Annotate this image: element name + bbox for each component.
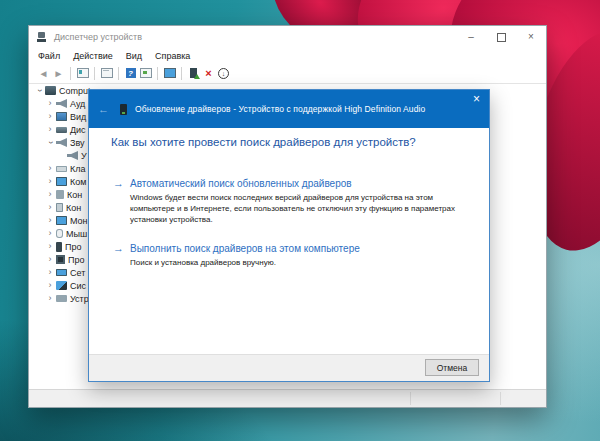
toolbar-separator bbox=[94, 67, 95, 80]
tree-item-label: У bbox=[81, 151, 87, 161]
forward-arrow-icon[interactable]: ► bbox=[52, 66, 65, 80]
tree-item-label: Сет bbox=[70, 268, 85, 278]
computer-icon bbox=[45, 86, 56, 95]
window-controls: – × bbox=[456, 26, 546, 48]
chevron-right-icon[interactable]: › bbox=[45, 177, 55, 186]
arrow-right-icon: → bbox=[113, 243, 124, 254]
chevron-right-icon[interactable]: › bbox=[45, 112, 55, 121]
menu-item-1[interactable]: Действие bbox=[73, 51, 113, 61]
arrow-right-icon: → bbox=[113, 178, 124, 189]
toolbar-separator bbox=[70, 67, 71, 80]
chevron-right-icon[interactable]: › bbox=[45, 242, 55, 251]
chevron-right-icon[interactable]: › bbox=[45, 268, 55, 277]
chevron-right-icon[interactable]: › bbox=[45, 99, 55, 108]
option-description: Windows будет вести поиск последних верс… bbox=[130, 192, 462, 225]
tree-item-label: Кон bbox=[67, 190, 82, 200]
scan-hardware-icon[interactable] bbox=[163, 66, 176, 80]
update-driver-icon[interactable] bbox=[187, 66, 200, 80]
menu-item-0[interactable]: Файл bbox=[38, 51, 60, 61]
processor-icon bbox=[56, 255, 65, 264]
tree-item-label: Про bbox=[68, 255, 84, 265]
chevron-right-icon[interactable]: › bbox=[45, 125, 55, 134]
dialog-footer: Отмена bbox=[89, 354, 489, 381]
tree-item-label: Кон bbox=[66, 203, 81, 213]
chevron-down-icon[interactable]: › bbox=[46, 138, 55, 148]
statusbar-divider bbox=[500, 392, 501, 405]
sound-device-icon bbox=[56, 138, 67, 147]
chevron-right-icon[interactable]: › bbox=[45, 216, 55, 225]
disk-drive-icon bbox=[56, 127, 67, 133]
tree-item-label: Ком bbox=[70, 177, 86, 187]
option-label: Автоматический поиск обновленных драйвер… bbox=[130, 178, 352, 189]
properties-icon[interactable] bbox=[100, 66, 113, 80]
mouse-icon bbox=[56, 229, 63, 238]
close-button[interactable]: × bbox=[516, 26, 546, 48]
dialog-title: Обновление драйверов - Устройство с подд… bbox=[135, 104, 425, 114]
display-adapter-icon bbox=[56, 112, 67, 121]
console-tree-icon[interactable] bbox=[76, 66, 89, 80]
export-list-icon[interactable] bbox=[139, 66, 152, 80]
toolbar: ◄►× bbox=[29, 63, 546, 84]
toolbar-separator bbox=[118, 67, 119, 80]
network-adapter-icon bbox=[56, 269, 67, 276]
software-device-icon bbox=[56, 242, 62, 252]
chevron-right-icon[interactable]: › bbox=[45, 229, 55, 238]
maximize-button[interactable] bbox=[486, 26, 516, 48]
dialog-titlebar: ← Обновление драйверов - Устройство с по… bbox=[89, 90, 489, 128]
tree-item-label: Зву bbox=[70, 138, 85, 148]
chevron-down-icon[interactable]: › bbox=[35, 86, 44, 96]
option-description: Поиск и установка драйверов вручную. bbox=[130, 257, 462, 268]
tree-item-label: Про bbox=[65, 242, 81, 252]
ide-controller-icon bbox=[56, 190, 64, 199]
cancel-button[interactable]: Отмена bbox=[425, 359, 479, 376]
tree-item-label: Вид bbox=[70, 112, 86, 122]
chevron-right-icon[interactable]: › bbox=[45, 281, 55, 290]
tree-item-label: Мон bbox=[70, 216, 88, 226]
audio-device-icon bbox=[56, 99, 67, 108]
chevron-right-icon[interactable]: › bbox=[45, 190, 55, 199]
tree-item-label: Устр bbox=[70, 294, 89, 304]
tree-item-label: Сис bbox=[70, 281, 86, 291]
back-arrow-icon: ← bbox=[98, 104, 109, 115]
menu-item-2[interactable]: Вид bbox=[126, 51, 142, 61]
system-device-icon bbox=[56, 281, 67, 290]
keyboard-icon bbox=[56, 166, 67, 172]
chevron-right-icon[interactable]: › bbox=[45, 255, 55, 264]
minimize-button[interactable]: – bbox=[456, 26, 486, 48]
audio-device-icon bbox=[120, 104, 127, 115]
tree-item-label: Кла bbox=[70, 164, 86, 174]
dialog-close-icon[interactable]: × bbox=[473, 93, 480, 105]
tree-item-label: Мыш bbox=[66, 229, 87, 239]
chevron-right-icon[interactable]: › bbox=[45, 164, 55, 173]
toolbar-separator bbox=[157, 67, 158, 80]
monitor-icon bbox=[56, 216, 67, 225]
chevron-right-icon[interactable]: › bbox=[45, 203, 55, 212]
device-manager-icon bbox=[37, 32, 47, 42]
window-title: Диспетчер устройств bbox=[54, 32, 142, 42]
back-arrow-icon[interactable]: ◄ bbox=[37, 66, 50, 80]
usb-controller-icon bbox=[56, 203, 63, 212]
menu-bar: ФайлДействиеВидСправка bbox=[29, 48, 546, 63]
help-icon[interactable] bbox=[124, 66, 137, 80]
computer-monitor-icon bbox=[56, 177, 67, 186]
dialog-heading: Как вы хотите провести поиск драйверов д… bbox=[111, 136, 416, 148]
uninstall-icon[interactable]: × bbox=[202, 66, 215, 80]
update-driver-dialog: ← Обновление драйверов - Устройство с по… bbox=[88, 89, 490, 382]
toolbar-separator bbox=[181, 67, 182, 80]
disable-device-icon[interactable] bbox=[217, 66, 230, 80]
tree-item-label: Ауд bbox=[70, 99, 85, 109]
option-search-automatically[interactable]: → Автоматический поиск обновленных драйв… bbox=[113, 178, 462, 225]
window-titlebar: Диспетчер устройств – × bbox=[29, 26, 546, 48]
menu-item-3[interactable]: Справка bbox=[155, 51, 190, 61]
hid-device-icon bbox=[56, 295, 67, 302]
statusbar-divider bbox=[410, 392, 411, 405]
option-label: Выполнить поиск драйверов на этом компью… bbox=[130, 243, 360, 254]
sound-device-icon bbox=[67, 151, 78, 160]
status-bar bbox=[29, 389, 546, 407]
desktop-background: Диспетчер устройств – × ФайлДействиеВидС… bbox=[0, 0, 600, 441]
tree-item-label: Дис bbox=[70, 125, 86, 135]
option-browse-computer[interactable]: → Выполнить поиск драйверов на этом комп… bbox=[113, 243, 462, 268]
chevron-right-icon[interactable]: › bbox=[45, 294, 55, 303]
